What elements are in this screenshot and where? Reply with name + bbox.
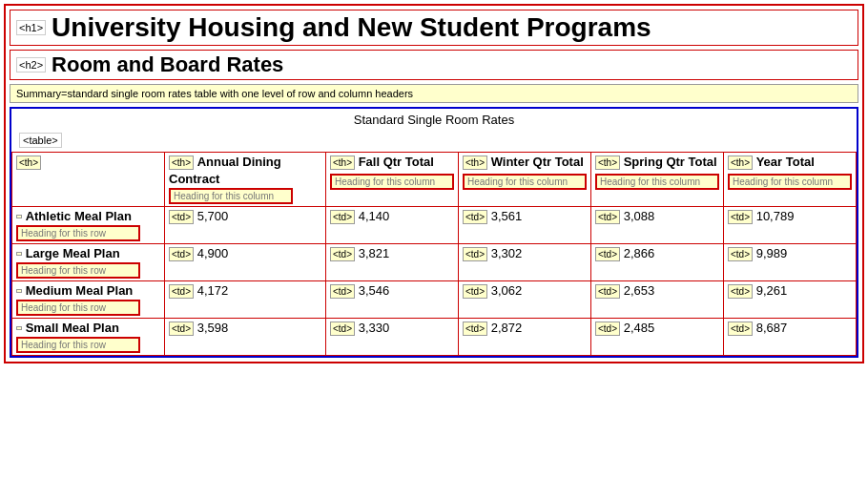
table-tag: <table> bbox=[19, 133, 62, 148]
cell-large-winter: <td> 3,302 bbox=[459, 244, 591, 281]
header-row: <th> <th> Annual Dining Contract <th> Fa… bbox=[12, 153, 857, 207]
table-outer: Standard Single Room Rates <table> <th> … bbox=[10, 107, 858, 358]
row-th-tag-athletic bbox=[16, 215, 22, 218]
cell-athletic-spring: <td> 3,088 bbox=[591, 207, 724, 244]
td-tag-medium-0: <td> bbox=[169, 284, 194, 299]
row-heading-input-small[interactable] bbox=[16, 337, 140, 353]
cell-large-fall: <td> 3,821 bbox=[326, 244, 459, 281]
h2-section: <h2> Room and Board Rates bbox=[10, 50, 858, 80]
col-label-winter: Winter Qtr Total bbox=[491, 155, 584, 169]
row-heading-input-large[interactable] bbox=[16, 262, 140, 279]
row-label-athletic: Athletic Meal Plan bbox=[26, 209, 132, 223]
td-tag-medium-2: <td> bbox=[463, 284, 487, 299]
col-header-fall: <th> Fall Qtr Total bbox=[326, 153, 459, 207]
h1-section: <h1> University Housing and New Student … bbox=[10, 10, 858, 46]
cell-value-athletic-0: 5,700 bbox=[197, 209, 229, 223]
row-label-medium: Medium Meal Plan bbox=[26, 283, 134, 298]
cell-medium-annual: <td> 4,172 bbox=[165, 281, 326, 319]
cell-value-large-2: 3,302 bbox=[491, 246, 523, 260]
td-tag-athletic-4: <td> bbox=[728, 210, 753, 224]
table-row: Small Meal Plan <td> 3,598 <td> 3,330 <t… bbox=[12, 319, 857, 356]
col-label-year: Year Total bbox=[756, 155, 815, 169]
cell-medium-year: <td> 9,261 bbox=[724, 281, 857, 319]
cell-athletic-winter: <td> 3,561 bbox=[459, 207, 591, 244]
cell-value-large-1: 3,821 bbox=[359, 246, 390, 260]
cell-value-small-2: 2,872 bbox=[491, 321, 523, 335]
td-tag-large-3: <td> bbox=[595, 247, 620, 261]
cell-value-athletic-1: 4,140 bbox=[359, 209, 390, 223]
col-th-tag-spring: <th> bbox=[595, 156, 620, 170]
col-heading-input-spring[interactable] bbox=[595, 174, 719, 190]
cell-value-medium-1: 3,546 bbox=[359, 283, 390, 298]
td-tag-large-0: <td> bbox=[169, 247, 194, 261]
summary-bar: Summary=standard single room rates table… bbox=[10, 84, 858, 103]
row-heading-input-athletic[interactable] bbox=[16, 225, 140, 241]
td-tag-athletic-1: <td> bbox=[330, 210, 355, 224]
row-header-athletic: Athletic Meal Plan bbox=[12, 207, 165, 244]
cell-large-year: <td> 9,989 bbox=[724, 244, 857, 281]
cell-value-small-3: 2,485 bbox=[624, 321, 655, 335]
cell-medium-fall: <td> 3,546 bbox=[326, 281, 459, 319]
td-tag-athletic-0: <td> bbox=[169, 210, 194, 224]
td-tag-large-4: <td> bbox=[728, 247, 753, 261]
h2-tag: <h2> bbox=[16, 57, 46, 73]
cell-athletic-annual: <td> 5,700 bbox=[165, 207, 326, 244]
h1-tag: <h1> bbox=[16, 20, 46, 35]
cell-small-fall: <td> 3,330 bbox=[326, 319, 459, 356]
cell-athletic-year: <td> 10,789 bbox=[724, 207, 857, 244]
td-tag-medium-3: <td> bbox=[595, 284, 620, 299]
col-th-tag-year: <th> bbox=[728, 156, 753, 170]
col-heading-input-winter[interactable] bbox=[463, 174, 587, 190]
corner-th-tag: <th> bbox=[16, 156, 41, 170]
cell-value-small-0: 3,598 bbox=[197, 321, 229, 335]
td-tag-small-0: <td> bbox=[169, 322, 194, 336]
page-title: University Housing and New Student Progr… bbox=[52, 12, 651, 43]
td-tag-large-2: <td> bbox=[463, 247, 487, 261]
col-th-tag-annual: <th> bbox=[169, 156, 194, 170]
cell-value-large-3: 2,866 bbox=[624, 246, 655, 260]
cell-value-athletic-2: 3,561 bbox=[491, 209, 523, 223]
td-tag-small-1: <td> bbox=[330, 322, 355, 336]
page-wrapper: <h1> University Housing and New Student … bbox=[4, 4, 864, 363]
row-header-large: Large Meal Plan bbox=[12, 244, 165, 281]
cell-medium-winter: <td> 3,062 bbox=[459, 281, 591, 319]
row-th-tag-small bbox=[16, 326, 22, 330]
col-heading-input-fall[interactable] bbox=[330, 174, 454, 190]
td-tag-athletic-2: <td> bbox=[463, 210, 487, 224]
col-label-fall: Fall Qtr Total bbox=[359, 155, 434, 169]
row-th-tag-large bbox=[16, 252, 22, 256]
row-label-large: Large Meal Plan bbox=[26, 246, 120, 260]
col-header-spring: <th> Spring Qtr Total bbox=[591, 153, 724, 207]
cell-value-small-1: 3,330 bbox=[359, 321, 390, 335]
col-heading-input-annual[interactable] bbox=[169, 188, 293, 204]
td-tag-athletic-3: <td> bbox=[595, 210, 620, 224]
col-header-winter: <th> Winter Qtr Total bbox=[459, 153, 591, 207]
row-heading-input-medium[interactable] bbox=[16, 300, 140, 316]
row-header-medium: Medium Meal Plan bbox=[12, 281, 165, 319]
cell-value-small-4: 8,687 bbox=[756, 321, 788, 335]
cell-small-annual: <td> 3,598 bbox=[165, 319, 326, 356]
cell-medium-spring: <td> 2,653 bbox=[591, 281, 724, 319]
cell-value-athletic-4: 10,789 bbox=[756, 209, 795, 223]
cell-value-medium-3: 2,653 bbox=[624, 283, 655, 298]
td-tag-small-4: <td> bbox=[728, 322, 753, 336]
td-tag-medium-1: <td> bbox=[330, 284, 355, 299]
td-tag-medium-4: <td> bbox=[728, 284, 753, 299]
col-heading-input-year[interactable] bbox=[728, 174, 852, 190]
row-header-small: Small Meal Plan bbox=[12, 319, 165, 356]
row-th-tag-medium bbox=[16, 289, 22, 293]
cell-large-annual: <td> 4,900 bbox=[165, 244, 326, 281]
cell-value-athletic-3: 3,088 bbox=[624, 209, 655, 223]
cell-value-large-4: 9,989 bbox=[756, 246, 788, 260]
page-subtitle: Room and Board Rates bbox=[52, 52, 283, 77]
cell-small-year: <td> 8,687 bbox=[724, 319, 857, 356]
table-row: Medium Meal Plan <td> 4,172 <td> 3,546 <… bbox=[12, 281, 857, 319]
col-header-annual: <th> Annual Dining Contract bbox=[165, 153, 326, 207]
cell-value-large-0: 4,900 bbox=[197, 246, 229, 260]
row-label-small: Small Meal Plan bbox=[26, 321, 119, 335]
corner-cell: <th> bbox=[12, 153, 165, 207]
col-label-spring: Spring Qtr Total bbox=[624, 155, 717, 169]
col-th-tag-fall: <th> bbox=[330, 156, 355, 170]
cell-large-spring: <td> 2,866 bbox=[591, 244, 724, 281]
table-row: Athletic Meal Plan <td> 5,700 <td> 4,140… bbox=[12, 207, 857, 244]
